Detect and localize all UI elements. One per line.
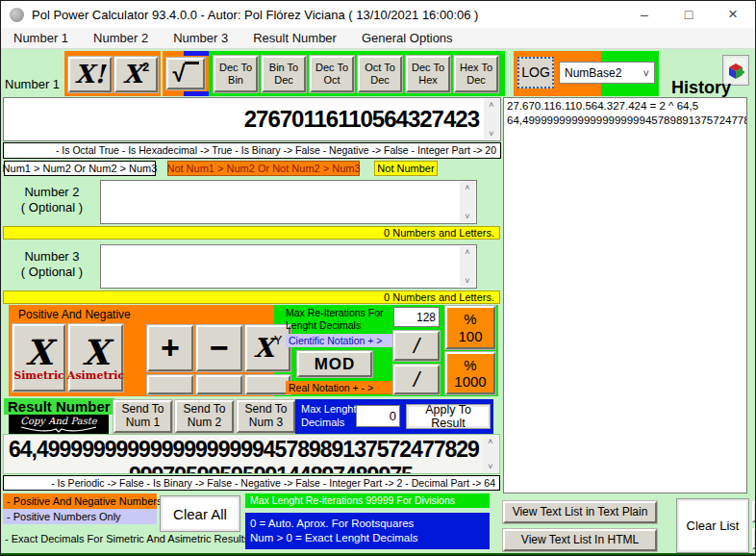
number3-input[interactable]: ˄ ˅ xyxy=(100,244,477,289)
power-button[interactable]: XY xyxy=(245,325,290,371)
number3-label-line2: ( Optional ) xyxy=(7,265,97,280)
menu-result-number[interactable]: Result Number xyxy=(240,31,349,45)
exact-decimals-label: - Exact Decimals For Simetric And Asimet… xyxy=(5,533,249,544)
max-reiterations-line1: Max Re-Iterations For xyxy=(286,307,393,319)
view-text-plain-button[interactable]: View Text List in Text Plain xyxy=(503,501,657,523)
history-list[interactable]: 27.670.116.110.564.327.424 = 2 ^ 64,5 64… xyxy=(503,97,747,493)
app-icon xyxy=(10,8,24,22)
number3-label-line1: Number 3 xyxy=(7,249,97,265)
percent-1000-value: 1000 xyxy=(454,373,486,390)
minus-button[interactable]: − xyxy=(196,325,242,371)
scroll-up-icon[interactable]: ˄ xyxy=(489,100,493,110)
real-notation-label[interactable]: Real Notation + - > xyxy=(286,381,393,394)
square-button[interactable]: X2 xyxy=(114,57,158,92)
cientific-notation-label[interactable]: Cientific Notation + > xyxy=(286,334,393,347)
numbase-dropdown[interactable]: NumBase2 ˅ xyxy=(559,62,655,84)
scroll-up-icon[interactable]: ˄ xyxy=(465,247,469,257)
number2-scrollbar[interactable]: ˄ ˅ xyxy=(460,182,475,222)
mod-button[interactable]: MOD xyxy=(297,351,372,377)
menu-number2[interactable]: Number 2 xyxy=(81,31,161,45)
dropdown-arrow-icon: ˅ xyxy=(643,67,649,79)
send-to-num2-button[interactable]: Send To Num 2 xyxy=(175,400,234,433)
result-value-line1: 64,4999999999999999999945789891375724778… xyxy=(9,437,479,463)
asimetric-button[interactable]: X Asimetric xyxy=(68,324,123,392)
edge-button-fragment-2[interactable] xyxy=(752,528,756,549)
number2-label-line2: ( Optional ) xyxy=(7,200,97,215)
blank-button-1[interactable] xyxy=(147,375,193,394)
number3-counter-bar: 0 Numbers and Letters. xyxy=(3,291,500,304)
scroll-up-icon[interactable]: ˄ xyxy=(465,183,469,192)
number1-input[interactable]: 27670116110564327423 ˄ ˅ xyxy=(3,97,501,141)
close-icon[interactable]: × xyxy=(711,1,755,28)
view-html-button[interactable]: View Text List In HTML xyxy=(503,529,657,551)
plus-button[interactable]: + xyxy=(147,325,193,371)
percent-1000-button[interactable]: % 1000 xyxy=(445,352,495,394)
copy-and-paste-button[interactable]: Copy And Paste xyxy=(9,415,109,434)
number2-label-line1: Number 2 xyxy=(7,185,97,200)
sqrt-panel-blue-accent-top xyxy=(184,51,209,56)
title-bar: Pol Power Calculator 93.4.0.0 - Autor: P… xyxy=(1,1,755,28)
max-lenght-label: Max Lenght Decimals xyxy=(301,402,357,429)
scroll-down-icon[interactable]: ˅ xyxy=(489,129,493,139)
simetric-button[interactable]: X Simetric xyxy=(13,324,65,392)
bin-to-dec-button[interactable]: Bin To Dec xyxy=(262,56,306,92)
divide-button-2[interactable]: / xyxy=(393,365,440,394)
result-status-bar: - Is Periodic -> False - Is Binary -> Fa… xyxy=(3,475,500,491)
log-button[interactable]: LOG xyxy=(517,57,554,88)
dec-to-hex-button[interactable]: Dec To Hex xyxy=(406,56,450,92)
divisions-info-line1: 0 = Auto. Aprox. For Rootsquares xyxy=(250,517,485,531)
menu-number1[interactable]: Number 1 xyxy=(1,31,81,45)
clear-all-button[interactable]: Clear All xyxy=(160,495,240,532)
oct-to-dec-button[interactable]: Oct To Dec xyxy=(358,56,402,92)
menu-number3[interactable]: Number 3 xyxy=(161,31,240,45)
number1-label: Number 1 xyxy=(5,77,60,91)
square-base: X xyxy=(123,61,142,89)
apply-to-result-button[interactable]: Apply To Result xyxy=(406,404,491,429)
result-value-line2: 9997959959599144897489975 xyxy=(129,463,413,474)
send-to-num3-button[interactable]: Send To Num 3 xyxy=(237,400,295,433)
minimize-icon[interactable]: – xyxy=(622,1,667,28)
factorial-button[interactable]: X! xyxy=(68,57,112,92)
dec-to-bin-button[interactable]: Dec To Bin xyxy=(214,56,258,92)
positive-negative-title: Positive And Negative xyxy=(18,308,131,321)
result-scrollbar[interactable]: ˄ ˅ xyxy=(483,436,498,472)
result-display[interactable]: 64,4999999999999999999945789891375724778… xyxy=(3,434,500,474)
result-number-title: Result Number xyxy=(4,398,114,415)
edge-button-fragment-1[interactable] xyxy=(752,501,756,522)
maximize-icon[interactable]: □ xyxy=(667,1,711,28)
number2-counter-bar: 0 Numbers and Letters. xyxy=(3,226,500,240)
blank-button-3[interactable] xyxy=(245,375,290,394)
divide-button-1[interactable]: / xyxy=(393,331,440,361)
number1-scrollbar[interactable]: ˄ ˅ xyxy=(484,99,499,139)
flag-not-num-comparison: Not Num1 > Num2 Or Not Num2 > Num3 xyxy=(167,161,360,176)
max-reiterations-input[interactable] xyxy=(393,307,440,327)
number3-scrollbar[interactable]: ˄ ˅ xyxy=(460,246,475,287)
scroll-up-icon[interactable]: ˄ xyxy=(488,437,492,446)
scroll-down-icon[interactable]: ˅ xyxy=(465,212,469,221)
scroll-down-icon[interactable]: ˅ xyxy=(488,462,492,471)
flag-num-comparison: Num1 > Num2 Or Num2 > Num3 xyxy=(4,161,156,176)
max-reiterations-label: Max Re-Iterations For Lenght Decimals xyxy=(286,307,393,332)
hex-to-dec-button[interactable]: Hex To Dec xyxy=(454,56,498,92)
square-exponent: 2 xyxy=(142,61,149,75)
send-to-num1-button[interactable]: Send To Num 1 xyxy=(113,400,172,433)
menu-general-options[interactable]: General Options xyxy=(349,31,466,45)
max-lenght-input[interactable] xyxy=(356,405,400,427)
sqrt-button[interactable]: √ xyxy=(166,58,205,89)
percent-100-button[interactable]: % 100 xyxy=(445,306,495,349)
number2-label: Number 2 ( Optional ) xyxy=(7,185,97,215)
flag-not-number: Not Number xyxy=(374,161,438,176)
percent-100-value: 100 xyxy=(458,328,482,344)
scroll-down-icon[interactable]: ˅ xyxy=(465,276,469,286)
dec-to-oct-button[interactable]: Dec To Oct xyxy=(310,56,354,92)
number2-input[interactable]: ˄ ˅ xyxy=(100,180,477,224)
clear-list-button[interactable]: Clear List xyxy=(676,498,749,553)
power-base: X xyxy=(254,333,274,363)
number3-value xyxy=(101,245,476,251)
blank-button-2[interactable] xyxy=(196,375,242,394)
history-entry-2[interactable]: 64,4999999999999999999945789891375724778… xyxy=(507,114,743,128)
window-title: Pol Power Calculator 93.4.0.0 - Autor: P… xyxy=(32,8,478,22)
window-controls: – □ × xyxy=(622,1,755,28)
history-entry-1[interactable]: 27.670.116.110.564.327.424 = 2 ^ 64,5 xyxy=(507,99,743,114)
percent-1000-sign: % xyxy=(464,357,476,373)
